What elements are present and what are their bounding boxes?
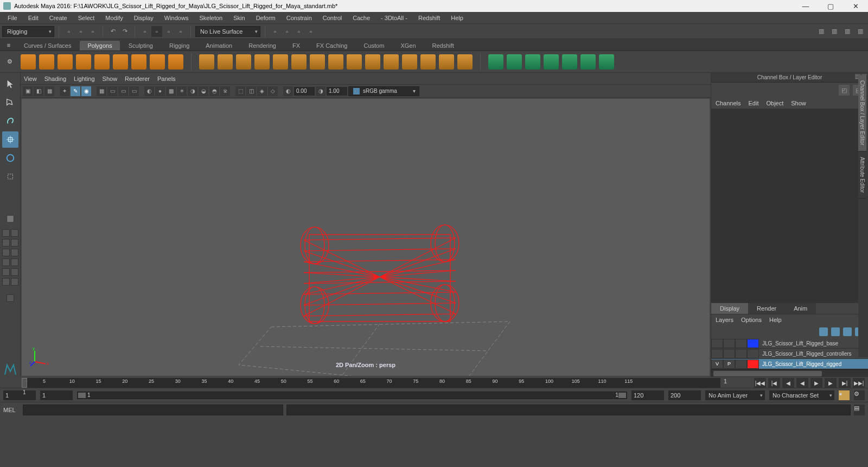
poly-tool-12-icon[interactable] <box>402 54 417 70</box>
layer-move-up-icon[interactable] <box>819 327 828 336</box>
range-slider[interactable]: 1 120 <box>77 392 627 399</box>
go-to-start-icon[interactable]: |◀◀ <box>754 378 766 388</box>
poly-tool-5-icon[interactable] <box>273 54 288 70</box>
anim-end-field[interactable]: 200 <box>668 390 701 400</box>
auto-key-icon[interactable]: ● <box>839 390 850 400</box>
sidetab-attribute-editor[interactable]: Attribute Editor <box>858 152 866 199</box>
layer-display-type[interactable] <box>735 359 747 369</box>
undo-icon[interactable]: ↶ <box>107 26 118 37</box>
render-settings-icon[interactable]: ▫ <box>305 26 316 37</box>
menu-edit[interactable]: Edit <box>23 14 44 22</box>
menu-cache[interactable]: Cache <box>347 14 375 22</box>
menu-display[interactable]: Display <box>129 14 159 22</box>
poly-tool-11-icon[interactable] <box>384 54 399 70</box>
layout-10-icon[interactable] <box>11 268 18 276</box>
layer-move-down-icon[interactable] <box>831 327 840 336</box>
channelbox-menu-object[interactable]: Object <box>766 100 783 106</box>
menu-select[interactable]: Select <box>73 14 100 22</box>
gamma-field[interactable]: 1.00 <box>327 87 347 96</box>
layers-scrollbar[interactable] <box>711 369 868 377</box>
2d-pan-icon[interactable]: ✦ <box>60 86 69 96</box>
layer-display-type[interactable] <box>735 339 747 348</box>
menu-modify[interactable]: Modify <box>100 14 128 22</box>
layout-4-icon[interactable] <box>11 239 18 247</box>
poly-pipe-icon[interactable] <box>150 54 165 70</box>
panel-menu-shading[interactable]: Shading <box>44 75 66 82</box>
shadows-icon[interactable]: ◑ <box>188 86 197 96</box>
anim-start-field[interactable]: 1 <box>3 390 36 400</box>
sidetab-channelbox[interactable]: Channel Box / Layer Editor <box>858 75 866 152</box>
play-forward-icon[interactable]: ▶ <box>810 378 822 388</box>
film-gate-icon[interactable]: ▭ <box>107 86 117 96</box>
layout-misc-icon[interactable] <box>7 294 14 302</box>
menu-redshift[interactable]: Redshift <box>413 14 445 22</box>
poly-tool-9-icon[interactable] <box>347 54 362 70</box>
menu-skin[interactable]: Skin <box>228 14 250 22</box>
play-back-icon[interactable]: ◀ <box>796 378 808 388</box>
command-input[interactable] <box>23 405 283 415</box>
poly-tool-4-icon[interactable] <box>254 54 270 70</box>
select-face-icon[interactable]: ▫ <box>163 26 174 37</box>
menu-deform[interactable]: Deform <box>251 14 281 22</box>
shelf-tab-redshift[interactable]: Redshift <box>425 41 462 51</box>
poly-tool-13-icon[interactable] <box>420 54 436 70</box>
layout-8-icon[interactable] <box>11 258 18 266</box>
layout-6-icon[interactable] <box>11 249 18 256</box>
panel-layout-1-icon[interactable]: ▥ <box>816 26 827 37</box>
render-icon[interactable]: ▫ <box>282 26 292 37</box>
exposure-icon[interactable]: ◐ <box>283 86 293 96</box>
layout-7-icon[interactable] <box>2 258 10 266</box>
ghosting-icon[interactable]: ◉ <box>81 86 91 96</box>
panel-menu-lighting[interactable]: Lighting <box>74 75 95 82</box>
channelbox-menu-channels[interactable]: Channels <box>716 100 741 106</box>
select-tool[interactable] <box>2 76 18 92</box>
ao-icon[interactable]: ◒ <box>199 86 208 96</box>
layout-9-icon[interactable] <box>2 268 10 276</box>
xray-comp-icon[interactable]: ◇ <box>268 86 278 96</box>
poly-tool-7-icon[interactable] <box>310 54 325 70</box>
custom-tool-5-icon[interactable] <box>562 54 577 70</box>
menu--3dtoall-[interactable]: - 3DtoAll - <box>375 14 413 22</box>
exposure-field[interactable]: 0.00 <box>294 87 315 96</box>
shelf-options-icon[interactable]: ⚙ <box>4 56 15 67</box>
layer-row[interactable]: JLG_Scissor_Lift_Rigged_base <box>711 338 868 349</box>
safe-action-icon[interactable]: ▭ <box>129 86 139 96</box>
live-surface-dropdown[interactable]: No Live Surface <box>195 26 260 37</box>
poly-cone-icon[interactable] <box>76 54 91 70</box>
select-vertex-icon[interactable]: ▫ <box>139 26 150 37</box>
menu-windows[interactable]: Windows <box>159 14 194 22</box>
shelf-toggle-icon[interactable]: ≡ <box>3 40 14 51</box>
resolution-gate-icon[interactable]: ▭ <box>118 86 128 96</box>
layout-12-icon[interactable] <box>11 278 18 286</box>
close-button[interactable]: ✕ <box>843 0 868 12</box>
xray-joints-icon[interactable]: ◈ <box>257 86 267 96</box>
motion-blur-icon[interactable]: ◓ <box>209 86 219 96</box>
shelf-tab-rigging[interactable]: Rigging <box>162 41 197 51</box>
menu-create[interactable]: Create <box>44 14 73 22</box>
poly-tool-8-icon[interactable] <box>328 54 343 70</box>
shelf-tab-fx-caching[interactable]: FX Caching <box>309 41 355 51</box>
poly-cylinder-icon[interactable] <box>58 54 73 70</box>
channel-icon-1[interactable]: ◰ <box>839 85 850 96</box>
layers-menu-layers[interactable]: Layers <box>716 317 733 323</box>
panel-menu-panels[interactable]: Panels <box>157 75 176 82</box>
layout-3-icon[interactable] <box>2 239 10 247</box>
colorspace-dropdown[interactable]: sRGB gamma <box>348 86 419 96</box>
scale-tool[interactable] <box>2 168 18 185</box>
script-lang-label[interactable]: MEL <box>3 407 20 413</box>
panel-layout-4-icon[interactable]: ▥ <box>855 26 866 37</box>
save-scene-icon[interactable]: ▫ <box>87 26 98 37</box>
new-scene-icon[interactable]: ▫ <box>63 26 74 37</box>
menu-control[interactable]: Control <box>317 14 347 22</box>
lights-icon[interactable]: ☀ <box>177 86 187 96</box>
custom-tool-4-icon[interactable] <box>544 54 559 70</box>
minimize-button[interactable]: — <box>793 0 818 12</box>
custom-tool-3-icon[interactable] <box>525 54 540 70</box>
script-editor-icon[interactable]: ▤ <box>854 405 865 415</box>
layout-2h-icon[interactable] <box>2 229 10 237</box>
image-plane-icon[interactable]: ▦ <box>44 86 54 96</box>
redo-icon[interactable]: ↷ <box>119 26 130 37</box>
layer-add-selected-icon[interactable] <box>843 327 852 336</box>
select-object-icon[interactable]: ▫ <box>175 26 186 37</box>
ipr-icon[interactable]: ▫ <box>293 26 304 37</box>
